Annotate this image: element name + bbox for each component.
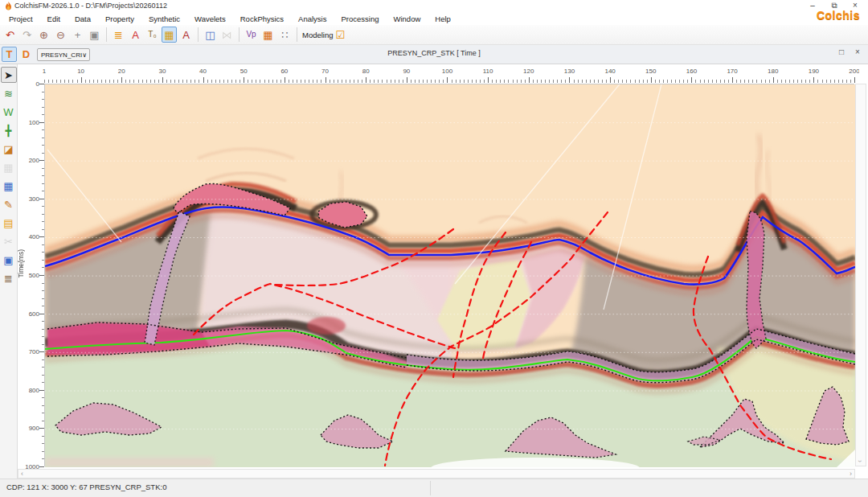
menu-item-rockphysics[interactable]: RockPhysics: [233, 14, 291, 23]
fault-pick-button[interactable]: ╋: [1, 122, 17, 138]
horizontal-scrollbar[interactable]: ‹ ›: [18, 469, 855, 479]
menu-item-analysis[interactable]: Analysis: [291, 14, 334, 23]
menu-item-processing[interactable]: Processing: [334, 14, 386, 23]
table-grid-button[interactable]: ▦: [1, 178, 17, 194]
menu-item-edit[interactable]: Edit: [40, 14, 68, 23]
cdp-tick: [443, 80, 444, 83]
cdp-tick: [769, 80, 770, 83]
cdp-tick: [472, 80, 473, 83]
cdp-tick: [537, 80, 538, 83]
vp-tool-button[interactable]: Vp: [244, 27, 259, 43]
grid-plain-button[interactable]: ▦: [1, 159, 17, 175]
mirror-view-button[interactable]: ⋈: [219, 27, 235, 43]
cdp-tick: [553, 80, 554, 83]
cdp-label: 90: [403, 68, 410, 75]
cut-tool-button[interactable]: ✂: [1, 233, 17, 249]
font-picks-button[interactable]: A: [128, 27, 143, 43]
cdp-tick: [374, 80, 375, 83]
viewer-close-button[interactable]: ×: [850, 47, 865, 56]
menu-item-property[interactable]: Property: [98, 14, 141, 23]
cdp-tick: [545, 80, 546, 83]
menu-item-project[interactable]: Project: [2, 14, 40, 23]
menu-item-window[interactable]: Window: [386, 14, 428, 23]
cdp-tick: [109, 80, 110, 83]
cdp-tick: [268, 80, 269, 83]
horizon-layers-button[interactable]: ≋: [1, 85, 17, 101]
cdp-tick: [626, 80, 627, 83]
color-grid-button[interactable]: ▦: [162, 27, 177, 43]
cdp-tick: [708, 80, 709, 83]
zoom-out-button[interactable]: ⊖: [53, 27, 68, 43]
capture-button[interactable]: ▣: [87, 27, 102, 43]
cdp-tick: [691, 77, 692, 83]
cdp-tick: [667, 80, 668, 83]
menu-item-data[interactable]: Data: [68, 14, 98, 23]
scroll-right-icon[interactable]: ›: [850, 470, 852, 478]
cdp-tick: [77, 80, 78, 83]
cdp-tick: [777, 80, 778, 83]
cdp-label: 190: [809, 68, 819, 75]
cdp-tick: [89, 80, 90, 83]
cdp-tick: [773, 77, 774, 83]
cdp-tick: [427, 80, 428, 83]
samples-button[interactable]: ∷: [277, 27, 293, 43]
scroll-down-icon[interactable]: ›: [856, 460, 863, 462]
menu-item-help[interactable]: Help: [428, 14, 458, 23]
cdp-tick: [813, 77, 814, 83]
time-label: 900: [24, 425, 39, 432]
cdp-tick: [64, 80, 65, 83]
pick-font-button[interactable]: A: [178, 27, 194, 43]
cdp-tick: [549, 80, 550, 83]
heatmap-button[interactable]: ▦: [260, 27, 276, 43]
cdp-tick: [166, 80, 167, 83]
cdp-tick: [207, 80, 208, 83]
seismic-section-image[interactable]: [45, 84, 855, 467]
t0-shift-button[interactable]: T₀: [145, 27, 160, 43]
layer-folder-button[interactable]: ▤: [1, 215, 17, 231]
crosshair-button[interactable]: +: [70, 27, 85, 43]
cut-tool-icon: ✂: [4, 236, 13, 247]
undo-button[interactable]: ↶: [2, 27, 18, 43]
zoom-in-button[interactable]: ⊕: [36, 27, 51, 43]
cdp-tick: [594, 80, 595, 83]
velocity-wedge-button[interactable]: ◪: [1, 141, 17, 157]
cdp-tick: [822, 80, 823, 83]
vertical-scrollbar[interactable]: ›: [855, 84, 866, 466]
cdp-tick: [248, 80, 248, 83]
cdp-tick: [508, 80, 509, 83]
menu-item-synthetic[interactable]: Synthetic: [141, 14, 187, 23]
scroll-left-icon[interactable]: ‹: [21, 470, 23, 478]
redo-button[interactable]: ↷: [19, 27, 35, 43]
edit-pencil-button[interactable]: ✎: [1, 196, 17, 212]
split-view-button[interactable]: ◫: [203, 27, 218, 43]
cdp-tick: [529, 77, 530, 83]
cdp-tick: [756, 80, 757, 83]
cdp-tick: [293, 80, 293, 83]
cdp-tick: [830, 80, 831, 83]
wiggle-traces-button[interactable]: W: [1, 104, 17, 120]
cdp-tick: [797, 80, 798, 83]
cdp-tick: [342, 80, 342, 83]
select-cursor-icon: ➤: [4, 70, 13, 80]
cdp-tick: [97, 80, 98, 83]
menu-item-wavelets[interactable]: Wavelets: [187, 14, 233, 23]
select-cursor-button[interactable]: ➤: [1, 67, 17, 83]
image-view-button[interactable]: ▣: [1, 252, 17, 268]
cdp-tick: [826, 80, 827, 83]
cdp-tick: [606, 80, 607, 83]
seismic-viewport[interactable]: [44, 84, 854, 466]
vp-tool-icon: Vp: [246, 31, 256, 39]
cdp-tick: [610, 77, 611, 83]
layer-stack-button[interactable]: ≣: [1, 270, 17, 286]
trace-list-button[interactable]: ≣: [111, 27, 126, 43]
cdp-tick: [748, 80, 749, 83]
cdp-tick: [598, 80, 599, 83]
cdp-tick: [162, 77, 163, 83]
viewer-maximize-button[interactable]: □: [834, 47, 849, 56]
cdp-tick: [125, 80, 126, 83]
cdp-label: 180: [768, 68, 778, 75]
cdp-tick: [419, 80, 420, 83]
cdp-tick: [231, 80, 232, 83]
cdp-tick: [842, 80, 843, 83]
modeling-button[interactable]: Modeling☑: [301, 27, 346, 43]
